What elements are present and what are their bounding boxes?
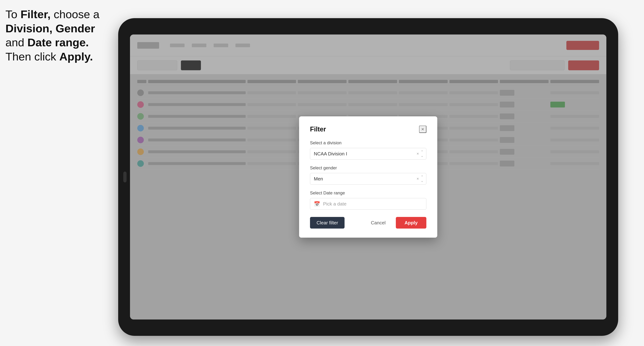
instruction-filter-bold: Filter,: [20, 8, 50, 20]
modal-footer-right: Cancel Apply: [364, 217, 426, 229]
instruction-division-gender-bold: Division, Gender: [6, 22, 95, 35]
gender-clear-icon[interactable]: ×: [416, 176, 419, 181]
cancel-button[interactable]: Cancel: [364, 217, 392, 229]
date-placeholder: Pick a date: [323, 201, 346, 207]
date-form-group: Select Date range 📅 Pick a date: [310, 190, 426, 210]
gender-select-wrapper[interactable]: Men × ⌃⌄: [310, 173, 426, 185]
gender-form-group: Select gender Men × ⌃⌄: [310, 165, 426, 185]
instruction-line1: To Filter, choose a: [6, 8, 100, 20]
division-select[interactable]: NCAA Division I: [310, 148, 426, 160]
instruction-block: To Filter, choose a Division, Gender and…: [6, 7, 111, 64]
date-label: Select Date range: [310, 190, 426, 195]
gender-label: Select gender: [310, 165, 426, 171]
modal-header: Filter ×: [310, 125, 426, 133]
modal-overlay: Filter × Select a division NCAA Division…: [130, 34, 606, 320]
division-select-wrapper[interactable]: NCAA Division I × ⌃⌄: [310, 148, 426, 160]
tablet-screen: Filter × Select a division NCAA Division…: [130, 34, 606, 320]
tablet-frame: Filter × Select a division NCAA Division…: [118, 18, 618, 336]
filter-modal: Filter × Select a division NCAA Division…: [299, 116, 437, 238]
instruction-and: and Date range.: [6, 36, 89, 49]
gender-select[interactable]: Men: [310, 173, 426, 185]
date-input[interactable]: 📅 Pick a date: [310, 198, 426, 210]
division-label: Select a division: [310, 140, 426, 145]
calendar-icon: 📅: [314, 201, 320, 207]
instruction-apply-bold: Apply.: [59, 50, 93, 63]
instruction-daterange-bold: Date range.: [28, 36, 89, 49]
apply-button[interactable]: Apply: [396, 217, 426, 229]
division-form-group: Select a division NCAA Division I × ⌃⌄: [310, 140, 426, 160]
instruction-then: Then click Apply.: [6, 50, 93, 63]
modal-footer: Clear filter Cancel Apply: [310, 217, 426, 229]
close-button[interactable]: ×: [419, 126, 426, 133]
clear-filter-button[interactable]: Clear filter: [310, 217, 344, 229]
modal-title: Filter: [310, 125, 326, 133]
division-clear-icon[interactable]: ×: [416, 151, 419, 156]
